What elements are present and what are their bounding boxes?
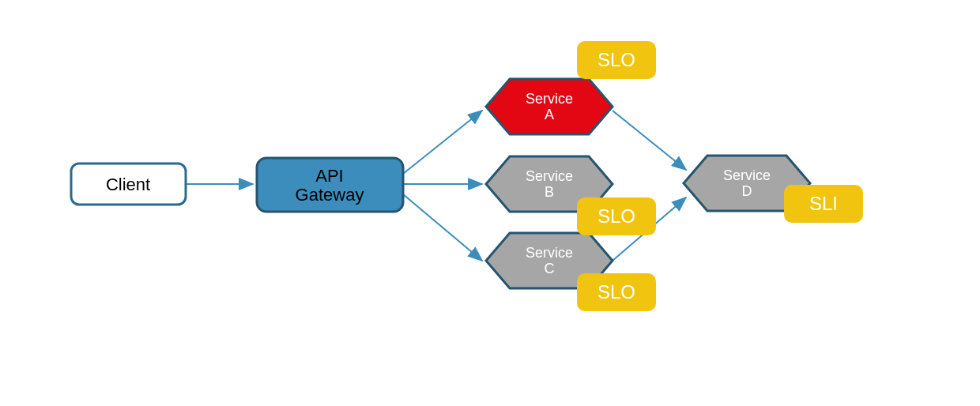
architecture-diagram: Client API Gateway Service A Service B S…: [0, 0, 980, 406]
gateway-label-2: Gateway: [296, 185, 364, 205]
serviceB-label-1: Service: [526, 168, 573, 184]
serviceD-label-1: Service: [723, 167, 771, 183]
serviceB-label-2: B: [545, 184, 554, 200]
serviceA-node: Service A: [486, 79, 612, 134]
arrow-serviceA-serviceD: [612, 111, 686, 170]
gateway-node: API Gateway: [257, 158, 403, 212]
slo-badge-serviceA: SLO: [577, 41, 656, 79]
slo-badge-serviceA-label: SLO: [597, 49, 635, 70]
client-node: Client: [71, 164, 186, 205]
serviceA-label-1: Service: [526, 91, 573, 107]
serviceC-label-1: Service: [526, 245, 573, 261]
arrow-gateway-serviceC: [403, 194, 482, 261]
slo-badge-serviceC: SLO: [577, 273, 656, 311]
slo-badge-serviceB: SLO: [577, 197, 656, 235]
gateway-label-1: API: [315, 166, 343, 186]
slo-badge-serviceC-label: SLO: [597, 281, 635, 303]
serviceA-label-2: A: [545, 107, 554, 122]
serviceC-label-2: C: [545, 261, 555, 276]
sli-badge-serviceD-label: SLI: [809, 193, 838, 214]
sli-badge-serviceD: SLI: [784, 185, 863, 223]
serviceD-label-2: D: [742, 183, 752, 199]
client-label: Client: [106, 175, 150, 194]
slo-badge-serviceB-label: SLO: [597, 205, 635, 227]
arrow-gateway-serviceA: [403, 111, 482, 174]
